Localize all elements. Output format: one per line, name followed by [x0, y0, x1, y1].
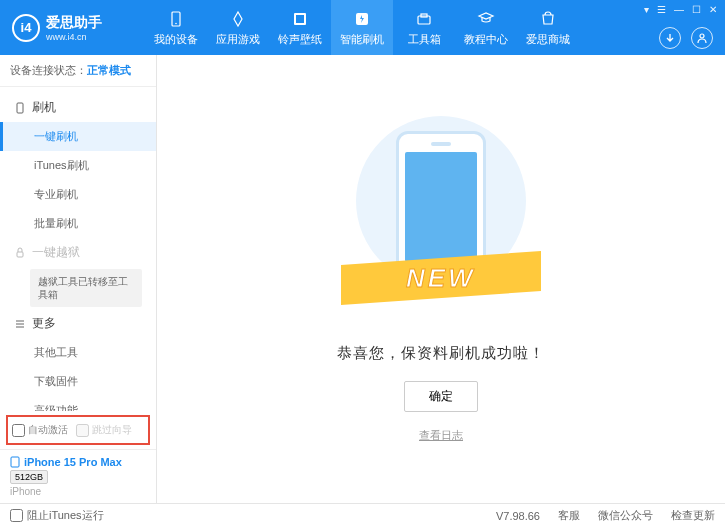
nav-flash[interactable]: 智能刷机 — [331, 0, 393, 55]
tutorial-icon — [476, 9, 496, 29]
more-icon — [14, 318, 26, 330]
main-content: NEW 恭喜您，保资料刷机成功啦！ 确定 查看日志 — [157, 55, 725, 503]
app-title: 爱思助手 — [46, 14, 102, 32]
device-type: iPhone — [10, 486, 146, 497]
auto-activate-checkbox[interactable]: 自动激活 — [12, 423, 68, 437]
flash-icon — [352, 9, 372, 29]
app-header: i4 爱思助手 www.i4.cn 我的设备 应用游戏 铃声壁纸 智能刷机 工具… — [0, 0, 725, 55]
svg-point-7 — [700, 34, 704, 38]
nav-store[interactable]: 爱思商城 — [517, 0, 579, 55]
nav-my-device[interactable]: 我的设备 — [145, 0, 207, 55]
toolbox-icon — [414, 9, 434, 29]
download-button[interactable] — [659, 27, 681, 49]
version-label: V7.98.66 — [496, 510, 540, 522]
device-storage: 512GB — [10, 470, 48, 484]
app-subtitle: www.i4.cn — [46, 32, 102, 42]
flash-options-highlight: 自动激活 跳过向导 — [6, 415, 150, 445]
view-log-link[interactable]: 查看日志 — [419, 428, 463, 443]
sidebar-group-more[interactable]: 更多 — [0, 309, 156, 338]
footer: 阻止iTunes运行 V7.98.66 客服 微信公众号 检查更新 — [0, 503, 725, 527]
logo: i4 爱思助手 www.i4.cn — [0, 14, 145, 42]
nav-tutorials[interactable]: 教程中心 — [455, 0, 517, 55]
skip-guide-checkbox[interactable]: 跳过向导 — [76, 423, 132, 437]
store-icon — [538, 9, 558, 29]
block-itunes-checkbox[interactable]: 阻止iTunes运行 — [10, 508, 104, 523]
sidebar-itunes-flash[interactable]: iTunes刷机 — [0, 151, 156, 180]
apps-icon — [228, 9, 248, 29]
sidebar-batch-flash[interactable]: 批量刷机 — [0, 209, 156, 238]
confirm-button[interactable]: 确定 — [404, 381, 478, 412]
top-nav: 我的设备 应用游戏 铃声壁纸 智能刷机 工具箱 教程中心 爱思商城 — [145, 0, 579, 55]
logo-badge: i4 — [12, 14, 40, 42]
sidebar-one-click-flash[interactable]: 一键刷机 — [0, 122, 156, 151]
nav-apps[interactable]: 应用游戏 — [207, 0, 269, 55]
sidebar-group-flash[interactable]: 刷机 — [0, 93, 156, 122]
nav-ringtones[interactable]: 铃声壁纸 — [269, 0, 331, 55]
phone-icon — [10, 456, 20, 468]
device-info: iPhone 15 Pro Max 512GB iPhone — [0, 449, 156, 503]
flash-group-icon — [14, 102, 26, 114]
ringtone-icon — [290, 9, 310, 29]
lock-icon — [14, 247, 26, 259]
success-message: 恭喜您，保资料刷机成功啦！ — [337, 344, 545, 363]
success-graphic: NEW — [351, 116, 531, 326]
footer-wechat[interactable]: 微信公众号 — [598, 508, 653, 523]
dropdown-control[interactable]: ▾ — [644, 4, 649, 15]
nav-toolbox[interactable]: 工具箱 — [393, 0, 455, 55]
svg-rect-10 — [11, 457, 19, 467]
sidebar-jailbreak-note[interactable]: 越狱工具已转移至工具箱 — [30, 269, 142, 307]
sidebar-group-jailbreak: 一键越狱 — [0, 238, 156, 267]
sidebar-advanced[interactable]: 高级功能 — [0, 396, 156, 411]
window-controls: ▾ ☰ — ☐ ✕ — [644, 4, 717, 15]
minimize-control[interactable]: — — [674, 4, 684, 15]
sidebar-other-tools[interactable]: 其他工具 — [0, 338, 156, 367]
user-button[interactable] — [691, 27, 713, 49]
connection-status: 设备连接状态：正常模式 — [0, 55, 156, 87]
svg-point-1 — [175, 22, 177, 24]
new-banner: NEW — [341, 251, 541, 305]
svg-rect-9 — [17, 252, 23, 257]
sidebar-pro-flash[interactable]: 专业刷机 — [0, 180, 156, 209]
sidebar: 设备连接状态：正常模式 刷机 一键刷机 iTunes刷机 专业刷机 批量刷机 一… — [0, 55, 157, 503]
svg-rect-8 — [17, 103, 23, 113]
device-icon — [166, 9, 186, 29]
device-name[interactable]: iPhone 15 Pro Max — [10, 456, 146, 468]
maximize-control[interactable]: ☐ — [692, 4, 701, 15]
svg-rect-3 — [296, 15, 304, 23]
close-control[interactable]: ✕ — [709, 4, 717, 15]
menu-control[interactable]: ☰ — [657, 4, 666, 15]
sidebar-download-firmware[interactable]: 下载固件 — [0, 367, 156, 396]
footer-support[interactable]: 客服 — [558, 508, 580, 523]
footer-check-update[interactable]: 检查更新 — [671, 508, 715, 523]
